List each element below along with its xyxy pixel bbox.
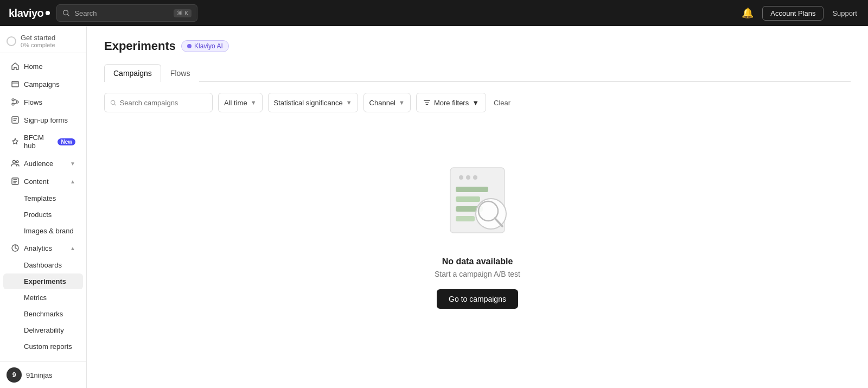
username-label: 91ninjas [26,371,52,379]
sidebar-item-metrics[interactable]: Metrics [3,290,83,306]
campaigns-label: Campaigns [24,80,60,88]
page-title: Experiments [104,39,176,53]
svg-rect-17 [456,187,488,192]
analytics-label: Analytics [24,244,52,252]
significance-filter[interactable]: Statistical significance ▼ [268,93,358,112]
products-label: Products [24,211,52,219]
home-label: Home [24,62,43,71]
home-icon [11,62,20,71]
channel-filter[interactable]: Channel ▼ [363,93,411,112]
global-search[interactable]: Search ⌘ K [56,4,197,22]
svg-rect-6 [12,117,18,123]
sidebar: Get started 0% complete Home Campaigns [0,26,87,388]
get-started-progress: 0% complete [21,42,55,48]
sidebar-item-flows[interactable]: Flows [3,93,83,111]
sidebar-item-bfcm-hub[interactable]: BFCM hub New [3,129,83,154]
empty-title: No data available [442,257,513,266]
filter-icon [423,99,431,106]
notifications-button[interactable]: 🔔 [739,5,756,21]
bfcm-badge: New [58,138,75,145]
time-filter[interactable]: All time ▼ [218,93,263,112]
more-filters-button[interactable]: More filters ▼ [416,93,486,112]
channel-filter-label: Channel [369,99,395,107]
sidebar-item-signup-forms[interactable]: Sign-up forms [3,111,83,129]
significance-filter-label: Statistical significance [274,99,343,107]
sidebar-item-dashboards[interactable]: Dashboards [3,257,83,273]
flows-label: Flows [24,98,42,106]
logo-dot [46,11,50,15]
page-header: Experiments Klaviyo AI [104,39,851,53]
sidebar-top: Get started 0% complete [0,26,86,53]
bfcm-icon [11,137,20,146]
get-started-circle [7,36,16,46]
deliverability-label: Deliverability [24,326,64,334]
audience-chevron: ▼ [70,161,75,167]
go-campaigns-button[interactable]: Go to campaigns [437,289,518,309]
logo-text: klaviyo [9,7,43,20]
support-button[interactable]: Support [830,7,859,20]
sidebar-item-campaigns[interactable]: Campaigns [3,75,83,93]
custom-reports-label: Custom reports [24,342,72,351]
sidebar-item-content[interactable]: Content ▲ [3,173,83,190]
logo[interactable]: klaviyo [9,7,50,20]
svg-rect-20 [456,216,475,221]
svg-point-16 [473,175,477,180]
sidebar-item-custom-reports[interactable]: Custom reports [3,339,83,354]
ai-badge-label: Klaviyo AI [194,42,223,50]
campaign-search[interactable] [104,93,213,112]
sidebar-nav: Home Campaigns Flows [0,53,86,361]
avatar: 9 [7,367,22,383]
svg-line-1 [68,14,69,16]
search-label: Search [74,9,97,17]
time-filter-chevron: ▼ [251,99,257,106]
search-icon [62,9,70,17]
sidebar-item-products[interactable]: Products [3,207,83,222]
get-started-texts: Get started 0% complete [21,34,55,48]
sidebar-item-images-brand[interactable]: Images & brand [3,223,83,239]
empty-subtitle: Start a campaign A/B test [435,270,520,278]
content-chevron: ▲ [70,179,75,185]
time-filter-label: All time [224,99,247,107]
ai-badge[interactable]: Klaviyo AI [181,40,229,52]
empty-illustration [434,162,521,244]
sidebar-item-analytics[interactable]: Analytics ▲ [3,239,83,257]
get-started-label: Get started [21,34,55,42]
filters: All time ▼ Statistical significance ▼ Ch… [104,93,851,112]
search-campaigns-icon [110,99,117,106]
sidebar-item-templates[interactable]: Templates [3,190,83,206]
get-started[interactable]: Get started 0% complete [7,34,80,48]
sidebar-item-home[interactable]: Home [3,58,83,75]
ai-badge-dot [187,44,192,48]
metrics-label: Metrics [24,294,47,302]
svg-rect-18 [456,196,480,202]
sidebar-item-experiments[interactable]: Experiments [3,273,83,289]
audience-icon [11,159,20,168]
sidebar-item-deliverability[interactable]: Deliverability [3,322,83,338]
search-shortcut: ⌘ K [174,9,192,17]
templates-label: Templates [24,194,56,202]
forms-icon [11,116,20,124]
svg-line-12 [114,104,116,105]
svg-point-14 [459,175,463,180]
signup-forms-label: Sign-up forms [24,116,68,124]
experiments-label: Experiments [24,277,66,285]
audience-label: Audience [24,160,53,168]
sidebar-item-benchmarks[interactable]: Benchmarks [3,306,83,322]
tab-campaigns[interactable]: Campaigns [104,64,161,82]
search-campaigns-input[interactable] [120,99,207,107]
svg-point-3 [12,99,14,101]
sidebar-footer[interactable]: 9 91ninjas [0,361,86,388]
tab-flows[interactable]: Flows [161,64,200,82]
svg-rect-2 [12,81,18,87]
benchmarks-label: Benchmarks [24,310,63,318]
topnav: klaviyo Search ⌘ K 🔔 Account Plans Suppo… [0,0,868,26]
clear-filters-link[interactable]: Clear [492,99,513,107]
sidebar-item-audience[interactable]: Audience ▼ [3,155,83,172]
svg-point-5 [12,103,14,105]
analytics-chevron: ▲ [70,245,75,251]
bfcm-hub-label: BFCM hub [24,133,53,150]
layout: Get started 0% complete Home Campaigns [0,26,868,388]
account-plans-button[interactable]: Account Plans [762,6,824,21]
campaigns-icon [11,80,20,88]
images-brand-label: Images & brand [24,227,74,235]
